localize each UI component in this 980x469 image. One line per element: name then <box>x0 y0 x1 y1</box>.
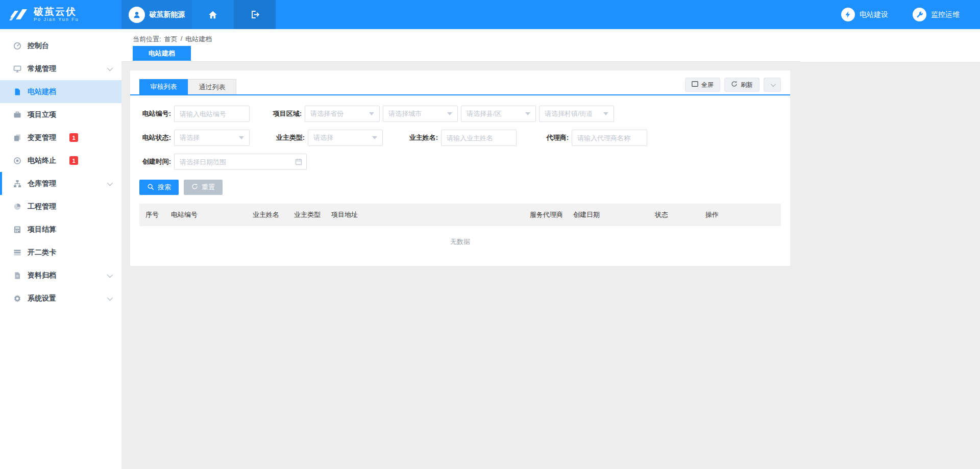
wrench-icon <box>913 8 926 21</box>
monitor-icon <box>13 64 21 73</box>
breadcrumb-band: 当前位置: 首页 / 电站建档 电站建档 <box>121 29 980 62</box>
chevron-down-icon <box>525 112 530 115</box>
header-spacer <box>276 0 841 29</box>
nav-monitoring-ops[interactable]: 监控运维 <box>913 8 960 21</box>
city-select[interactable]: 请选择城市 <box>383 106 458 122</box>
breadcrumb-current: 电站建档 <box>185 35 212 44</box>
owner-type-select[interactable]: 请选择 <box>308 130 383 146</box>
target-icon <box>13 156 21 165</box>
top-header: 破茧云伏 Po Jian Yun Fu 破茧新能源 电站建 <box>0 0 980 29</box>
sidebar-item-label: 变更管理 <box>28 133 56 142</box>
logo-icon <box>8 7 30 22</box>
sidebar-item-label: 系统设置 <box>28 294 56 303</box>
filter-form: 电站编号: 项目区域: 请选择省份 请选择城市 请选择县/区 <box>130 95 790 170</box>
station-status-select[interactable]: 请选择 <box>174 130 250 146</box>
results-table: 序号 电站编号 业主姓名 业主类型 项目地址 服务代理商 创建日期 状态 操作 … <box>139 204 781 256</box>
sidebar-item-label: 项目结算 <box>28 225 56 234</box>
chevron-down-icon <box>372 136 377 139</box>
gear-icon <box>13 294 21 303</box>
chevron-down-icon <box>603 112 608 115</box>
sidebar-item-project-initiation[interactable]: 项目立项 <box>0 103 121 126</box>
sitemap-icon <box>13 179 21 188</box>
county-select[interactable]: 请选择县/区 <box>461 106 536 122</box>
panel-toolbar: 全屏 刷新 <box>685 78 781 94</box>
reset-icon <box>191 183 198 191</box>
breadcrumb-home-link[interactable]: 首页 <box>164 35 178 44</box>
refresh-label: 刷新 <box>741 81 753 89</box>
search-icon <box>147 183 154 192</box>
tab-passed-list[interactable]: 通过列表 <box>188 79 236 94</box>
reset-button[interactable]: 重置 <box>184 180 223 195</box>
nav-label: 电站建设 <box>860 10 888 19</box>
fullscreen-icon <box>692 81 698 88</box>
content-area: 审核列表 通过列表 全屏 刷新 <box>121 62 980 266</box>
company-menu[interactable]: 破茧新能源 <box>121 0 192 29</box>
home-button[interactable] <box>192 0 234 29</box>
province-select[interactable]: 请选择省份 <box>305 106 380 122</box>
filter-row: 电站状态: 请选择 业主类型: 请选择 业主姓名: 代理商: <box>139 130 781 146</box>
date-range-input[interactable] <box>174 154 307 170</box>
sidebar-item-open-card[interactable]: 开二类卡 <box>0 241 121 264</box>
sidebar-item-warehouse-management[interactable]: 仓库管理 <box>0 172 121 195</box>
agent-label: 代理商: <box>537 133 569 142</box>
town-select[interactable]: 请选择村镇/街道 <box>539 106 614 122</box>
page-tab-station-filing[interactable]: 电站建档 <box>133 46 191 61</box>
agent-input[interactable] <box>572 130 647 146</box>
chevron-down-icon <box>239 136 244 139</box>
reset-button-label: 重置 <box>202 183 215 192</box>
home-icon <box>208 10 217 19</box>
sidebar-item-project-settlement[interactable]: 项目结算 <box>0 218 121 241</box>
city-select-value: 请选择城市 <box>388 109 447 118</box>
station-filing-panel: 审核列表 通过列表 全屏 刷新 <box>130 70 790 266</box>
sidebar-item-label: 常规管理 <box>28 64 56 73</box>
station-no-label: 电站编号: <box>139 109 171 118</box>
logo-text: 破茧云伏 Po Jian Yun Fu <box>34 7 79 22</box>
sidebar-item-label: 开二类卡 <box>28 248 56 257</box>
chevron-down-icon <box>107 65 113 70</box>
tab-review-list[interactable]: 审核列表 <box>139 79 188 94</box>
chevron-down-icon <box>107 180 113 185</box>
sidebar-item-system-settings[interactable]: 系统设置 <box>0 287 121 310</box>
sidebar-item-station-filing[interactable]: 电站建档 <box>0 80 121 103</box>
sidebar-item-label: 资料归档 <box>28 271 56 280</box>
sidebar-item-label: 控制台 <box>28 41 49 51</box>
column-header-service-agent: 服务代理商 <box>524 204 567 226</box>
sidebar-item-station-termination[interactable]: 电站终止 1 <box>0 149 121 172</box>
nav-label: 监控运维 <box>931 10 960 19</box>
logo-subtitle: Po Jian Yun Fu <box>34 17 79 22</box>
fullscreen-button[interactable]: 全屏 <box>685 78 720 92</box>
sidebar-item-data-archive[interactable]: 资料归档 <box>0 264 121 287</box>
copy-icon <box>13 133 21 142</box>
station-no-input[interactable] <box>174 106 250 122</box>
chevron-down-icon <box>107 271 113 277</box>
search-button[interactable]: 搜索 <box>139 180 179 195</box>
logout-button[interactable] <box>234 0 276 29</box>
refresh-button[interactable]: 刷新 <box>724 78 760 92</box>
sidebar-item-console[interactable]: 控制台 <box>0 34 121 57</box>
lightning-icon <box>841 8 855 21</box>
refresh-icon <box>731 81 738 89</box>
collapse-button[interactable] <box>764 78 781 92</box>
avatar <box>129 7 145 23</box>
owner-name-label: 业主姓名: <box>406 133 438 142</box>
filter-actions: 搜索 重置 <box>130 178 790 195</box>
column-header-status: 状态 <box>649 204 699 226</box>
nav-station-construction[interactable]: 电站建设 <box>841 8 888 21</box>
sidebar-item-general-management[interactable]: 常规管理 <box>0 57 121 80</box>
region-label: 项目区域: <box>270 109 302 118</box>
sidebar-item-label: 工程管理 <box>28 202 56 211</box>
owner-name-input[interactable] <box>441 130 517 146</box>
logo-title: 破茧云伏 <box>34 7 79 17</box>
sidebar-item-change-management[interactable]: 变更管理 1 <box>0 126 121 149</box>
column-header-index: 序号 <box>139 204 165 226</box>
notification-badge: 1 <box>69 156 78 165</box>
filter-row: 创建时间: <box>139 154 781 170</box>
sidebar: 控制台 常规管理 电站建档 项目立项 变更管理 1 电站终止 1 <box>0 29 121 469</box>
logo[interactable]: 破茧云伏 Po Jian Yun Fu <box>0 0 121 29</box>
table-header-row: 序号 电站编号 业主姓名 业主类型 项目地址 服务代理商 创建日期 状态 操作 <box>139 204 781 226</box>
station-status-value: 请选择 <box>180 133 239 142</box>
breadcrumb: 当前位置: 首页 / 电站建档 <box>121 29 980 46</box>
sidebar-item-engineering-management[interactable]: 工程管理 <box>0 195 121 218</box>
owner-type-label: 业主类型: <box>273 133 305 142</box>
archive-icon <box>13 271 21 280</box>
